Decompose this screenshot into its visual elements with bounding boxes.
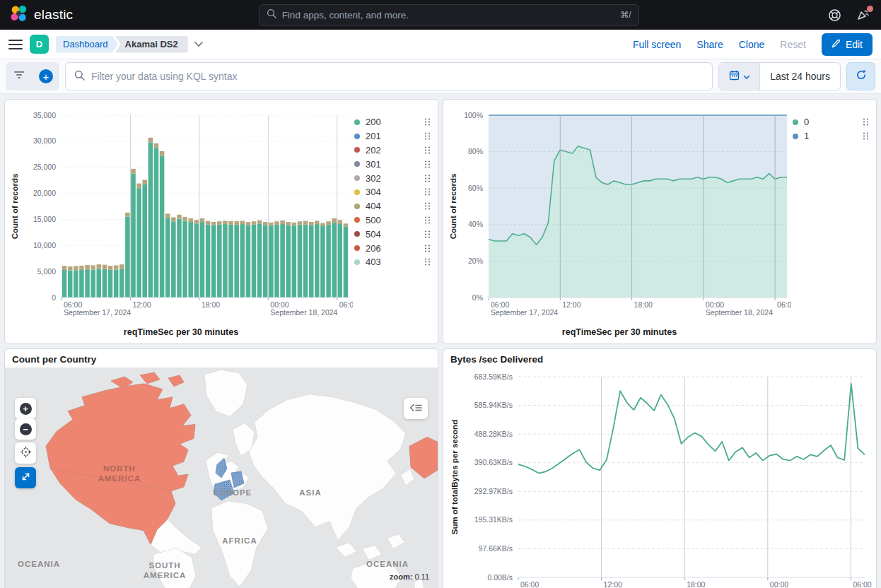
- legend-item[interactable]: 201: [354, 129, 431, 143]
- svg-text:OCEANIA: OCEANIA: [18, 560, 60, 568]
- panel-ratio-area: 0%20%40%60%80%100%06:00September 17, 202…: [443, 99, 877, 344]
- legend-item[interactable]: 202: [354, 143, 431, 158]
- kql-search[interactable]: [65, 62, 713, 90]
- global-search-input[interactable]: [282, 10, 615, 20]
- top-header: elastic ⌘/: [0, 0, 881, 30]
- legend-item[interactable]: 1: [793, 129, 869, 143]
- search-shortcut-badge: ⌘/: [620, 10, 631, 20]
- legend-item[interactable]: 302: [354, 171, 431, 185]
- legend-options-icon[interactable]: [424, 257, 431, 266]
- legend-item-label: 500: [366, 215, 424, 225]
- legend-options-icon[interactable]: [863, 131, 869, 141]
- svg-text:195.31KB/s: 195.31KB/s: [474, 515, 513, 524]
- space-avatar[interactable]: D: [30, 35, 49, 54]
- legend-item[interactable]: 200: [354, 115, 431, 129]
- svg-text:390.63KB/s: 390.63KB/s: [474, 458, 513, 466]
- global-search[interactable]: ⌘/: [259, 4, 639, 26]
- share-button[interactable]: Share: [696, 39, 723, 50]
- refresh-button[interactable]: [846, 62, 875, 90]
- svg-text:AMERICA: AMERICA: [98, 474, 141, 483]
- legend-options-icon[interactable]: [424, 146, 431, 155]
- svg-text:25,000: 25,000: [33, 163, 56, 171]
- legend-options-icon[interactable]: [424, 244, 431, 253]
- map-fit-bounds-button[interactable]: [15, 467, 36, 488]
- chevron-down-icon: [743, 70, 750, 83]
- svg-text:40%: 40%: [468, 220, 483, 228]
- menu-icon[interactable]: [8, 40, 23, 49]
- map-zoom-label: zoom:: [390, 572, 412, 581]
- pencil-icon: [832, 39, 841, 50]
- series-color-dot: [354, 134, 360, 139]
- world-map[interactable]: NORTHAMERICAEUROPEASIAAFRICASOUTHAMERICA…: [5, 368, 438, 588]
- plus-icon: +: [39, 69, 53, 83]
- legend-item[interactable]: 206: [354, 241, 431, 255]
- legend-item-label: 302: [366, 173, 424, 184]
- map-locate-button[interactable]: [15, 442, 36, 464]
- legend-options-icon[interactable]: [424, 201, 431, 211]
- map-zoom-in-button[interactable]: +: [15, 398, 36, 419]
- notifications-icon[interactable]: [856, 7, 871, 23]
- legend-item[interactable]: 504: [354, 227, 431, 241]
- legend-options-icon[interactable]: [424, 187, 431, 196]
- panel-count-per-country: Count per Country NORTHAMERICAEUROPEASIA…: [4, 348, 438, 588]
- chevron-down-icon[interactable]: [194, 41, 204, 47]
- svg-text:September 17, 2024: September 17, 2024: [491, 308, 558, 317]
- series-color-dot: [354, 259, 360, 265]
- legend-options-icon[interactable]: [424, 216, 431, 225]
- brand[interactable]: elastic: [10, 4, 73, 25]
- help-icon[interactable]: [827, 7, 843, 23]
- legend-item[interactable]: 403: [354, 255, 431, 269]
- search-icon: [74, 70, 85, 83]
- map-canvas[interactable]: NORTHAMERICAEUROPEASIAAFRICASOUTHAMERICA…: [5, 368, 438, 588]
- full-screen-button[interactable]: Full screen: [633, 39, 681, 50]
- breadcrumb-dashboard[interactable]: Dashboard: [56, 36, 118, 53]
- map-zoom-readout: zoom: 0.11: [390, 572, 429, 581]
- map-legend-toggle-button[interactable]: [404, 398, 428, 419]
- zoom-out-icon: −: [20, 423, 32, 435]
- svg-text:OCEANIA: OCEANIA: [366, 560, 409, 568]
- time-range-value[interactable]: Last 24 hours: [760, 63, 840, 90]
- area-chart-legend: 01: [793, 104, 873, 342]
- elastic-logo-icon: [10, 4, 28, 25]
- svg-text:EUROPE: EUROPE: [214, 488, 252, 497]
- bar-chart[interactable]: 05,00010,00015,00020,00025,00030,00035,0…: [9, 104, 353, 326]
- legend-options-icon[interactable]: [424, 117, 431, 127]
- series-color-dot: [354, 119, 360, 125]
- svg-text:Sum of totalBytes per second: Sum of totalBytes per second: [450, 420, 459, 534]
- legend-options-icon[interactable]: [424, 230, 431, 239]
- expand-diagonal-icon: [21, 471, 31, 485]
- series-color-dot: [354, 245, 360, 251]
- series-color-dot: [354, 204, 360, 209]
- legend-options-icon[interactable]: [424, 160, 431, 169]
- breadcrumb: Dashboard Akamai DS2: [56, 36, 204, 53]
- line-chart[interactable]: 0.00B/s97.66KB/s195.31KB/s292.97KB/s390.…: [449, 367, 872, 588]
- svg-text:September 18, 2024: September 18, 2024: [270, 308, 337, 317]
- nav-bar: D Dashboard Akamai DS2 Full screen Share…: [0, 30, 881, 59]
- legend-item[interactable]: 304: [354, 185, 431, 199]
- legend-options-icon[interactable]: [863, 117, 869, 127]
- series-color-dot: [354, 217, 360, 223]
- legend-item[interactable]: 500: [354, 213, 431, 228]
- legend-options-icon[interactable]: [424, 131, 431, 141]
- clone-button[interactable]: Clone: [739, 39, 765, 50]
- legend-item[interactable]: 404: [354, 199, 431, 213]
- map-zoom-out-button[interactable]: −: [15, 418, 36, 440]
- filters-button[interactable]: [6, 62, 33, 90]
- crosshair-icon: [20, 446, 32, 461]
- filter-icon: [13, 70, 25, 83]
- calendar-button[interactable]: [719, 63, 760, 90]
- legend-item[interactable]: 0: [793, 115, 869, 129]
- edit-button[interactable]: Edit: [822, 33, 873, 56]
- add-filter-button[interactable]: +: [33, 62, 59, 90]
- legend-options-icon[interactable]: [424, 174, 431, 183]
- series-color-dot: [354, 175, 360, 181]
- svg-text:Count of records: Count of records: [449, 174, 457, 240]
- area-chart[interactable]: 0%20%40%60%80%100%06:00September 17, 202…: [448, 104, 791, 326]
- kql-search-input[interactable]: [91, 71, 704, 82]
- brand-name: elastic: [34, 7, 73, 23]
- legend-item[interactable]: 301: [354, 157, 431, 171]
- svg-text:06:00: 06:00: [520, 580, 539, 588]
- series-color-dot: [793, 119, 798, 125]
- panel-status-codes-bar: 05,00010,00015,00020,00025,00030,00035,0…: [4, 99, 438, 344]
- collapse-left-icon: [409, 402, 422, 415]
